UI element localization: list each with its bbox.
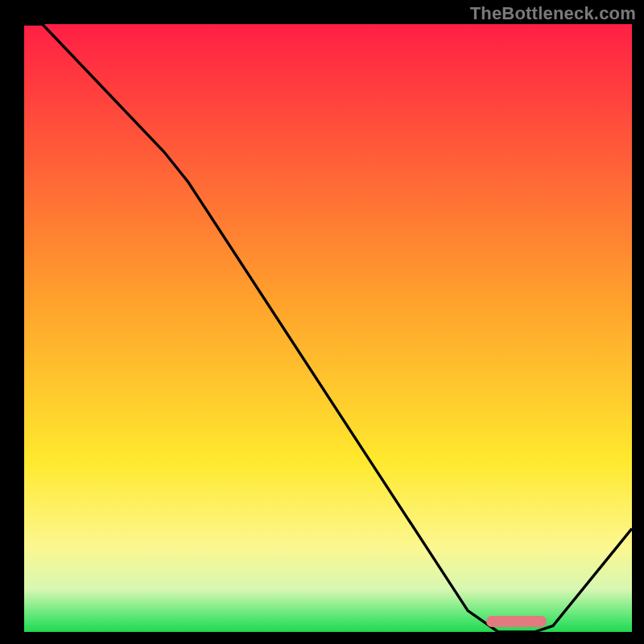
optimal-range-marker [486, 616, 547, 627]
plot-area [24, 24, 632, 632]
chart-frame: TheBottleneck.com [0, 0, 644, 644]
attribution-label: TheBottleneck.com [470, 3, 636, 24]
bottleneck-curve [24, 24, 632, 632]
